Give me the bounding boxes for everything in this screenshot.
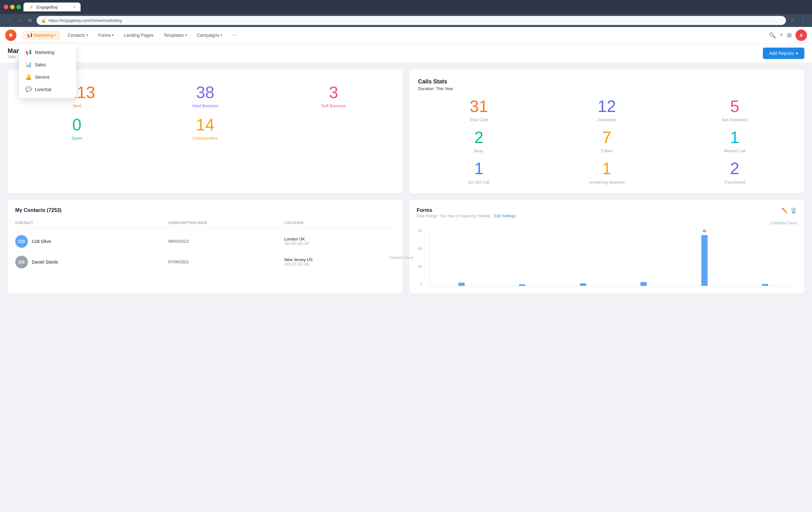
nav-contacts[interactable]: Contacts ▾ bbox=[62, 27, 93, 44]
total-calls-stat: 31 Total Calls bbox=[418, 97, 540, 122]
app-nav: 📢 Marketing ▾ Contacts ▾ Forms ▾ Landing… bbox=[0, 27, 812, 44]
marketing-chevron: ▾ bbox=[54, 33, 56, 37]
bookmark-button[interactable]: ☆ bbox=[789, 16, 796, 25]
dropdown-item-service[interactable]: 🔔 Service bbox=[19, 71, 76, 83]
nav-more[interactable]: ··· bbox=[227, 27, 242, 44]
browser-chrome: ⚡ EngageBay × bbox=[0, 0, 812, 14]
not-answered-value: 5 bbox=[674, 97, 795, 115]
bar-peak-label: 48 bbox=[702, 229, 706, 233]
chart-bar[interactable] bbox=[640, 282, 647, 286]
back-button[interactable]: ← bbox=[5, 17, 13, 25]
nav-landing-pages-label: Landing Pages bbox=[124, 33, 153, 38]
tab-title: EngageBay bbox=[36, 5, 58, 9]
address-bar[interactable]: 🔒 https://engagebay.com/home#marketing bbox=[36, 16, 786, 25]
browser-tab[interactable]: ⚡ EngageBay × bbox=[24, 3, 81, 11]
location-ip: 193.62.101.09 bbox=[284, 262, 395, 266]
marketing-dropdown-menu: 📢 Marketing 📊 Sales 🔔 Service 💬 Livechat bbox=[19, 44, 76, 98]
contact-name: Colt Olive bbox=[32, 239, 51, 244]
spam-label: Spam bbox=[17, 136, 137, 141]
marketing-icon: 📢 bbox=[27, 33, 32, 38]
chart-bar[interactable] bbox=[519, 284, 525, 286]
table-row[interactable]: DS Daniel Steele 07/06/2021 New Jersey U… bbox=[15, 252, 395, 273]
chart-bar[interactable] bbox=[762, 284, 768, 286]
bar-chart: 48 bbox=[430, 229, 797, 286]
contact-cell: CO Colt Olive bbox=[15, 235, 163, 248]
add-button[interactable]: + bbox=[780, 32, 783, 38]
forward-button[interactable]: → bbox=[16, 17, 24, 25]
edit-form-button[interactable]: ✏️ bbox=[782, 207, 788, 214]
delete-form-button[interactable]: 🗑️ bbox=[790, 207, 797, 214]
subscription-date: 07/06/2021 bbox=[168, 259, 279, 264]
nav-templates[interactable]: Templates ▾ bbox=[158, 27, 192, 44]
busy-stat: 2 Busy bbox=[418, 129, 540, 153]
hard-bounces-value: 38 bbox=[145, 83, 266, 102]
close-dot[interactable] bbox=[4, 5, 8, 9]
calls-grid: 31 Total Calls 12 Answered 5 Not Answere… bbox=[418, 97, 795, 184]
maximize-dot[interactable] bbox=[17, 5, 21, 9]
total-calls-label: Total Calls bbox=[418, 117, 540, 122]
nav-landing-pages[interactable]: Landing Pages bbox=[119, 27, 158, 44]
nav-contacts-label: Contacts bbox=[67, 33, 85, 38]
not-answered-stat: 5 Not Answered bbox=[674, 97, 795, 122]
add-reports-chevron: ▾ bbox=[796, 51, 798, 56]
contacts-card: My Contacts (7253) CONTACT SUBSCRIPTION … bbox=[8, 200, 403, 294]
missed-call-label: Missed Call bbox=[674, 148, 795, 153]
nav-forms[interactable]: Forms ▾ bbox=[93, 27, 119, 44]
chart-bar[interactable] bbox=[458, 283, 465, 286]
dropdown-item-livechat[interactable]: 💬 Livechat bbox=[19, 83, 76, 95]
apps-button[interactable]: ⊞ bbox=[787, 32, 792, 39]
search-button[interactable]: 🔍 bbox=[769, 32, 776, 39]
contact-avatar: DS bbox=[15, 256, 28, 268]
add-reports-button[interactable]: Add Reports ▾ bbox=[763, 48, 804, 59]
dropdown-item-sales[interactable]: 📊 Sales bbox=[19, 58, 76, 71]
hard-bounces-stat: 38 Hard Bounces bbox=[145, 83, 266, 108]
forms-title: Forms bbox=[417, 207, 516, 213]
bar-group bbox=[432, 229, 491, 286]
nav-campaigns[interactable]: Campaigns ▾ bbox=[192, 27, 227, 44]
missed-call-stat: 1 Missed Call bbox=[674, 129, 795, 153]
transferred-stat: 2 Transferred bbox=[674, 160, 795, 184]
dropdown-item-marketing[interactable]: 📢 Marketing bbox=[19, 46, 76, 58]
y-label-0: 0 bbox=[420, 282, 422, 286]
contacts-count-header: Contacts Count bbox=[417, 221, 797, 225]
dashboard: 9113 Sent 38 Hard Bounces 3 Soft Bounces… bbox=[0, 63, 812, 200]
minimize-dot[interactable] bbox=[10, 5, 14, 9]
page-header: Mark... Date Add Reports ▾ bbox=[0, 44, 812, 63]
forms-header: Forms Date Range: This Year | Frequency:… bbox=[417, 207, 797, 218]
sent-label: Sent bbox=[17, 104, 137, 108]
unsubscribes-stat: 14 Unsubscribes bbox=[145, 116, 266, 141]
marketing-dropdown-icon: 📢 bbox=[25, 49, 32, 55]
dropdown-service-label: Service bbox=[35, 75, 50, 80]
chart-bar[interactable] bbox=[580, 283, 586, 286]
missed-call-value: 1 bbox=[674, 129, 795, 147]
dropdown-sales-label: Sales bbox=[35, 62, 46, 67]
do-not-call-stat: 1 Do Not Call bbox=[418, 160, 540, 184]
answering-machine-value: 1 bbox=[546, 160, 667, 178]
calls-stats-card: Calls Stats Duration: This Year 31 Total… bbox=[409, 69, 804, 194]
tab-close-button[interactable]: × bbox=[73, 5, 76, 9]
calls-duration: Duration: This Year bbox=[418, 86, 795, 91]
subscription-date: 09/03/2022 bbox=[168, 239, 279, 244]
app-logo[interactable] bbox=[5, 29, 17, 41]
forms-chevron: ▾ bbox=[112, 33, 114, 37]
contacts-count: 7253 bbox=[49, 207, 60, 213]
table-header: CONTACT SUBSCRIPTION DATE LOCATION bbox=[15, 218, 395, 227]
url-text: https://engagebay.com/home#marketing bbox=[49, 18, 122, 23]
nav-marketing-dropdown[interactable]: 📢 Marketing ▾ bbox=[23, 31, 60, 39]
menu-button[interactable]: ⋮ bbox=[799, 16, 807, 25]
bar-group bbox=[554, 229, 612, 286]
edit-settings-link[interactable]: Edit Settings bbox=[494, 214, 516, 218]
refresh-button[interactable]: ↻ bbox=[27, 16, 33, 25]
table-row[interactable]: CO Colt Olive 09/03/2022 London UK 183.8… bbox=[15, 231, 395, 252]
add-reports-label: Add Reports bbox=[769, 51, 794, 56]
failed-value: 7 bbox=[546, 129, 667, 147]
chart-area: 60 40 20 0 48 Contacts Count bbox=[417, 229, 797, 286]
failed-label: Failed bbox=[546, 148, 667, 153]
answering-machine-label: Answering Machine bbox=[546, 180, 667, 184]
nav-templates-label: Templates bbox=[164, 33, 184, 38]
contact-cell: DS Daniel Steele bbox=[15, 256, 163, 268]
chart-bar[interactable]: 48 bbox=[701, 235, 708, 286]
do-not-call-value: 1 bbox=[418, 160, 540, 178]
user-avatar[interactable]: A bbox=[795, 29, 807, 41]
contacts-title: My Contacts (7253) bbox=[15, 207, 395, 213]
